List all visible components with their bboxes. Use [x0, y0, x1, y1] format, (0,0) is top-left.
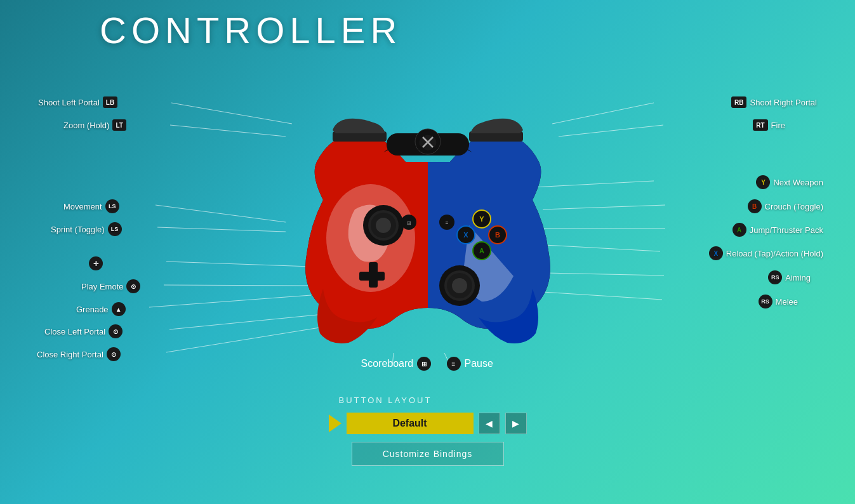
button-layout-label: BUTTON LAYOUT	[339, 395, 432, 405]
svg-line-3	[157, 227, 286, 232]
svg-text:⊞: ⊞	[406, 220, 411, 226]
zoom-text: Zoom (Hold)	[63, 121, 109, 130]
rs-melee-badge: RS	[759, 295, 772, 308]
svg-text:B: B	[495, 231, 500, 239]
label-jump: A Jump/Thruster Pack	[732, 223, 823, 237]
label-next-weapon: Y Next Weapon	[756, 175, 823, 189]
jump-text: Jump/Thruster Pack	[750, 225, 823, 235]
x-badge: X	[709, 246, 723, 260]
dpad-badge: ✛	[89, 256, 103, 270]
shoot-left-text: Shoot Left Portal	[38, 98, 100, 107]
svg-text:X: X	[463, 231, 468, 239]
label-movement: Movement LS	[63, 199, 119, 213]
close-right-badge: ⊙	[107, 347, 121, 361]
svg-point-30	[376, 218, 391, 233]
close-left-badge: ⊙	[109, 324, 123, 338]
controller-image: Y B A X ⊞ ≡	[272, 98, 583, 346]
label-aiming: RS Aiming	[768, 270, 811, 284]
rs-aiming-badge: RS	[768, 270, 782, 284]
y-badge: Y	[756, 175, 770, 189]
b-badge: B	[748, 199, 762, 213]
prev-layout-button[interactable]: ◀	[479, 413, 500, 434]
shoot-right-text: Shoot Right Portal	[750, 98, 817, 107]
rb-badge: RB	[731, 96, 746, 108]
label-shoot-right-portal: RB Shoot Right Portal	[731, 96, 817, 108]
emote-badge: ⊙	[126, 279, 140, 293]
reload-text: Reload (Tap)/Action (Hold)	[726, 249, 823, 258]
close-left-text: Close Left Portal	[44, 327, 105, 336]
pause-badge: ≡	[447, 357, 461, 371]
svg-line-1	[170, 125, 286, 136]
svg-text:Y: Y	[479, 215, 484, 223]
ls-movement-badge: LS	[105, 199, 119, 213]
label-emote: Play Emote ⊙	[81, 279, 140, 293]
emote-text: Play Emote	[81, 282, 123, 291]
layout-name: Default	[347, 413, 474, 434]
label-shoot-left-portal: Shoot Left Portal LB	[38, 96, 117, 108]
label-reload: X Reload (Tap)/Action (Hold)	[709, 246, 823, 260]
crouch-text: Crouch (Toggle)	[765, 202, 824, 211]
scoreboard-text: Scoreboard	[361, 358, 414, 369]
label-zoom: Zoom (Hold) LT	[63, 119, 126, 131]
close-right-text: Close Right Portal	[37, 350, 103, 359]
label-melee: RS Melee	[759, 295, 798, 308]
svg-text:≡: ≡	[445, 220, 448, 226]
rt-badge: RT	[753, 119, 767, 131]
label-close-left-portal: Close Left Portal ⊙	[44, 324, 123, 338]
grenade-badge: ▲	[112, 302, 126, 316]
melee-text: Melee	[776, 297, 798, 307]
layout-selector-row: Default ◀ ▶	[329, 413, 527, 434]
label-fire: RT Fire	[753, 119, 785, 131]
sprint-text: Sprint (Toggle)	[51, 225, 105, 234]
label-close-right-portal: Close Right Portal ⊙	[37, 347, 121, 361]
lb-badge: LB	[103, 96, 117, 108]
label-scoreboard: Scoreboard ⊞	[361, 357, 432, 371]
fire-text: Fire	[771, 121, 785, 130]
svg-point-34	[452, 278, 467, 293]
label-grenade: Grenade ▲	[76, 302, 126, 316]
next-weapon-text: Next Weapon	[773, 178, 823, 187]
svg-rect-36	[359, 272, 385, 281]
svg-text:A: A	[479, 247, 484, 255]
lt-badge: LT	[112, 119, 126, 131]
label-crouch: B Crouch (Toggle)	[748, 199, 824, 213]
page-title: CONTROLLER	[100, 9, 402, 51]
pause-text: Pause	[465, 358, 493, 369]
label-pause: ≡ Pause	[447, 357, 493, 371]
label-sprint: Sprint (Toggle) LS	[51, 222, 122, 236]
svg-line-2	[156, 205, 286, 222]
ls-sprint-badge: LS	[108, 222, 122, 236]
label-dpad: ✛	[89, 256, 103, 270]
grenade-text: Grenade	[76, 305, 109, 314]
customize-bindings-button[interactable]: Customize Bindings	[352, 442, 504, 466]
aiming-text: Aiming	[785, 273, 811, 282]
next-layout-button[interactable]: ▶	[505, 413, 527, 434]
a-badge: A	[732, 223, 746, 237]
bottom-section: BUTTON LAYOUT Default ◀ ▶ Customize Bind…	[301, 395, 555, 466]
scoreboard-badge: ⊞	[417, 357, 431, 371]
movement-text: Movement	[63, 202, 102, 211]
play-arrow-icon	[329, 414, 341, 432]
